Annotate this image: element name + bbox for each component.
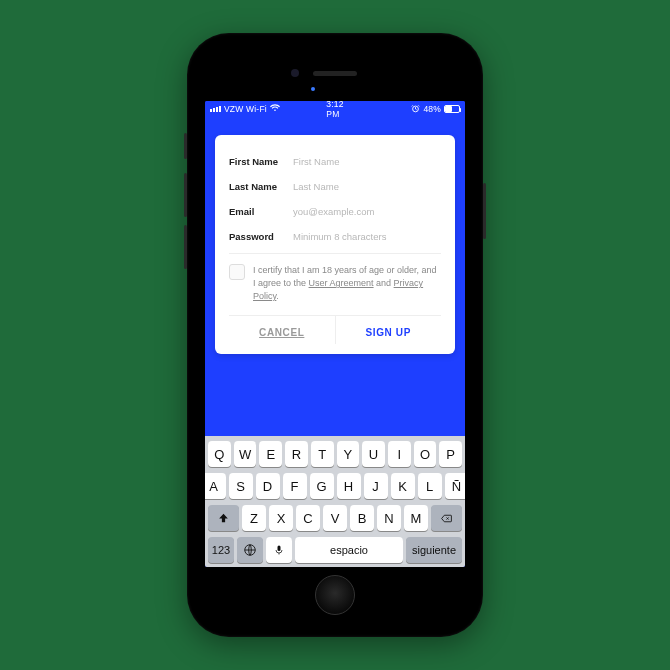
backspace-key[interactable] bbox=[431, 505, 462, 531]
shift-key[interactable] bbox=[208, 505, 239, 531]
wifi-icon bbox=[270, 104, 280, 114]
consent-suffix: . bbox=[276, 291, 279, 301]
key-x[interactable]: X bbox=[269, 505, 293, 531]
key-k[interactable]: K bbox=[391, 473, 415, 499]
action-row: CANCEL SIGN UP bbox=[229, 315, 441, 344]
globe-key[interactable] bbox=[237, 537, 263, 563]
keyboard-row-1: QWERTYUIOP bbox=[208, 441, 462, 467]
volume-down-button bbox=[184, 225, 187, 269]
consent-row: I certify that I am 18 years of age or o… bbox=[229, 253, 441, 315]
key-g[interactable]: G bbox=[310, 473, 334, 499]
space-key[interactable]: espacio bbox=[295, 537, 403, 563]
key-z[interactable]: Z bbox=[242, 505, 266, 531]
signup-card: First Name Last Name Email Password bbox=[215, 135, 455, 354]
key-t[interactable]: T bbox=[311, 441, 334, 467]
email-input[interactable] bbox=[293, 206, 441, 217]
consent-text: I certify that I am 18 years of age or o… bbox=[253, 264, 441, 303]
status-bar: VZW Wi-Fi 3:12 PM 48% bbox=[205, 101, 465, 117]
key-q[interactable]: Q bbox=[208, 441, 231, 467]
carrier-label: VZW Wi-Fi bbox=[224, 104, 267, 114]
power-button bbox=[483, 183, 486, 239]
consent-mid: and bbox=[374, 278, 394, 288]
keyboard: QWERTYUIOP ASDFGHJKLÑ ZXCVBNM 123 bbox=[205, 436, 465, 567]
last-name-input[interactable] bbox=[293, 181, 441, 192]
first-name-input[interactable] bbox=[292, 156, 441, 167]
key-v[interactable]: V bbox=[323, 505, 347, 531]
key-i[interactable]: I bbox=[388, 441, 411, 467]
first-name-row: First Name bbox=[229, 149, 441, 174]
password-label: Password bbox=[229, 231, 293, 242]
key-e[interactable]: E bbox=[259, 441, 282, 467]
key-w[interactable]: W bbox=[234, 441, 257, 467]
volume-up-button bbox=[184, 173, 187, 217]
key-f[interactable]: F bbox=[283, 473, 307, 499]
key-m[interactable]: M bbox=[404, 505, 428, 531]
key-ñ[interactable]: Ñ bbox=[445, 473, 466, 499]
key-l[interactable]: L bbox=[418, 473, 442, 499]
key-s[interactable]: S bbox=[229, 473, 253, 499]
email-label: Email bbox=[229, 206, 293, 217]
phone-bezel: VZW Wi-Fi 3:12 PM 48% bbox=[199, 45, 471, 625]
email-row: Email bbox=[229, 199, 441, 224]
key-r[interactable]: R bbox=[285, 441, 308, 467]
password-row: Password bbox=[229, 224, 441, 249]
cancel-button[interactable]: CANCEL bbox=[229, 316, 335, 344]
key-p[interactable]: P bbox=[439, 441, 462, 467]
last-name-row: Last Name bbox=[229, 174, 441, 199]
key-b[interactable]: B bbox=[350, 505, 374, 531]
svg-rect-2 bbox=[278, 546, 281, 552]
signal-icon bbox=[210, 106, 221, 112]
key-y[interactable]: Y bbox=[337, 441, 360, 467]
alarm-icon bbox=[411, 104, 420, 115]
user-agreement-link[interactable]: User Agreement bbox=[309, 278, 374, 288]
key-j[interactable]: J bbox=[364, 473, 388, 499]
numbers-key[interactable]: 123 bbox=[208, 537, 234, 563]
phone-frame: VZW Wi-Fi 3:12 PM 48% bbox=[187, 33, 483, 637]
notification-indicator bbox=[311, 87, 315, 91]
last-name-label: Last Name bbox=[229, 181, 293, 192]
battery-pct: 48% bbox=[423, 104, 441, 114]
key-o[interactable]: O bbox=[414, 441, 437, 467]
consent-checkbox[interactable] bbox=[229, 264, 245, 280]
app-area: First Name Last Name Email Password bbox=[205, 117, 465, 436]
screen: VZW Wi-Fi 3:12 PM 48% bbox=[205, 101, 465, 567]
key-n[interactable]: N bbox=[377, 505, 401, 531]
mute-switch bbox=[184, 133, 187, 159]
key-u[interactable]: U bbox=[362, 441, 385, 467]
next-key[interactable]: siguiente bbox=[406, 537, 462, 563]
key-d[interactable]: D bbox=[256, 473, 280, 499]
key-h[interactable]: H bbox=[337, 473, 361, 499]
keyboard-row-3: ZXCVBNM bbox=[208, 505, 462, 531]
keyboard-row-4: 123 espacio siguiente bbox=[208, 537, 462, 563]
home-button[interactable] bbox=[315, 575, 355, 615]
front-camera bbox=[291, 69, 299, 77]
dictation-key[interactable] bbox=[266, 537, 292, 563]
signup-button[interactable]: SIGN UP bbox=[335, 316, 442, 344]
battery-icon bbox=[444, 105, 460, 113]
keyboard-row-2: ASDFGHJKLÑ bbox=[208, 473, 462, 499]
password-input[interactable] bbox=[293, 231, 441, 242]
key-c[interactable]: C bbox=[296, 505, 320, 531]
key-a[interactable]: A bbox=[205, 473, 226, 499]
speaker-grille bbox=[313, 71, 357, 76]
first-name-label: First Name bbox=[229, 156, 293, 167]
